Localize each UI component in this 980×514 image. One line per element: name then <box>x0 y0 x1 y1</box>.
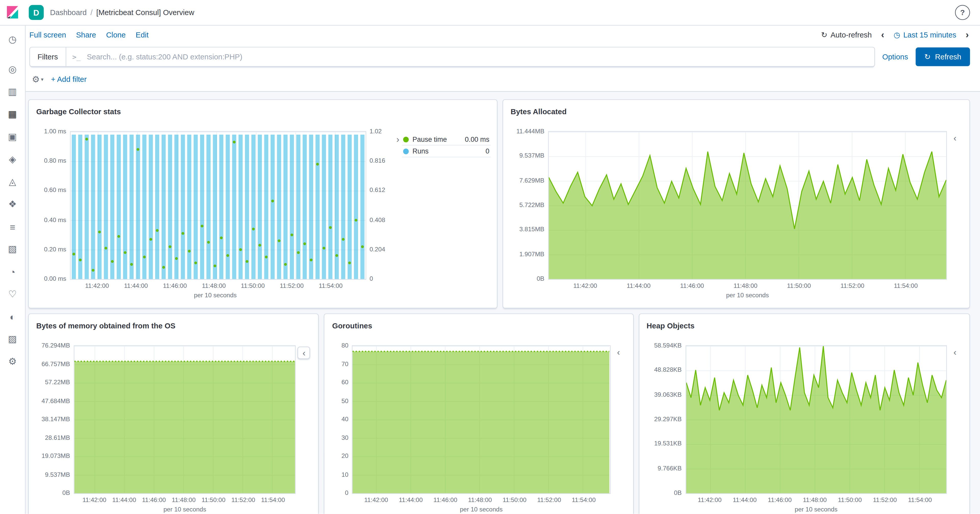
y-axis-label: 0 <box>345 489 348 496</box>
x-axis-label: 11:44:00 <box>399 497 423 503</box>
breadcrumb-dashboard[interactable]: Dashboard <box>50 8 87 17</box>
x-axis-label: 11:50:00 <box>838 497 862 503</box>
x-axis-caption: per 10 seconds <box>70 292 361 300</box>
chart-goroutines: 01020304050607080‹11:42:0011:44:0011:46:… <box>331 345 627 514</box>
clone-button[interactable]: Clone <box>106 30 126 39</box>
query-input-group: Filters >_ <box>29 47 875 67</box>
filters-button[interactable]: Filters <box>30 48 66 66</box>
panel-title: Bytes of memory obtained from the OS <box>36 322 312 330</box>
sidebar-item-siem[interactable]: ◐ <box>0 305 25 328</box>
sidebar-item-graph[interactable]: ❖ <box>0 193 25 216</box>
refresh-button[interactable]: ↻ Refresh <box>916 48 970 66</box>
x-axis-label: 11:42:00 <box>364 497 388 503</box>
sidebar-item-discover[interactable]: ◎ <box>0 58 25 81</box>
legend-toggle-column: ‹ <box>947 345 963 358</box>
legend-item[interactable]: Runs0 <box>402 146 491 157</box>
sidebar-item-infrastructure[interactable]: ▧ <box>0 238 25 260</box>
refresh-label: Refresh <box>935 52 961 61</box>
sidebar-item-logs[interactable]: ≡ <box>0 216 25 238</box>
sidebar-item-dashboard[interactable]: ▦ <box>0 103 25 125</box>
x-axis-caption-row: per 10 seconds <box>509 292 963 300</box>
x-axis-label: 11:46:00 <box>768 497 792 503</box>
filter-options-button[interactable]: ⚙ ▾ <box>32 74 43 84</box>
x-axis-row: 11:42:0011:44:0011:46:0011:48:0011:50:00… <box>331 496 627 506</box>
y-axis-label: 29.297KB <box>654 416 682 422</box>
space-avatar[interactable]: D <box>29 5 44 20</box>
y-axis-label: 39.063KB <box>654 391 682 398</box>
legend-toggle-button[interactable]: ‹ <box>951 132 959 144</box>
right-y-axis-label: 0 <box>369 275 373 282</box>
x-axis-label: 11:52:00 <box>537 497 561 503</box>
canvas-icon: ▣ <box>8 131 17 142</box>
right-y-axis-label: 0.408 <box>369 216 385 223</box>
panel-title: Garbage Collector stats <box>36 107 490 116</box>
y-axis-label: 30 <box>342 434 348 441</box>
options-button[interactable]: Options <box>882 52 908 61</box>
x-axis-caption: per 10 seconds <box>548 292 947 300</box>
legend-toggle-button[interactable]: ‹ <box>951 346 959 358</box>
y-axis-label: 70 <box>342 360 348 367</box>
y-axis: 01020304050607080 <box>331 345 352 493</box>
time-back-button[interactable]: ‹ <box>880 30 886 40</box>
infrastructure-icon: ▧ <box>8 243 17 255</box>
x-axis-label: 11:46:00 <box>163 282 187 289</box>
legend-toggle-button[interactable]: ‹ <box>614 346 622 358</box>
sidebar-item-maps[interactable]: ◈ <box>0 148 25 170</box>
time-forward-button[interactable]: › <box>964 30 970 40</box>
chart-canvas <box>353 346 610 493</box>
panel-title: Bytes Allocated <box>511 107 963 116</box>
edit-button[interactable]: Edit <box>136 30 149 39</box>
x-axis: 11:42:0011:44:0011:46:0011:48:0011:50:00… <box>70 281 361 292</box>
y-axis-label: 0B <box>674 489 682 496</box>
x-axis-label: 11:46:00 <box>680 282 704 289</box>
clock-icon: ◷ <box>894 30 900 39</box>
y-axis-label: 76.294MB <box>41 342 70 349</box>
y-axis-label: 38.147MB <box>41 416 70 422</box>
add-filter-button[interactable]: + Add filter <box>51 75 87 84</box>
x-axis-label: 11:52:00 <box>231 497 255 503</box>
legend-toggle-button[interactable]: › <box>394 133 402 145</box>
sidebar-item-recently-viewed[interactable]: ◷ <box>0 28 25 51</box>
chart-canvas <box>74 346 295 493</box>
x-axis: 11:42:0011:44:0011:46:0011:48:0011:50:00… <box>352 496 611 506</box>
chart-body: 01020304050607080‹ <box>331 345 627 494</box>
time-range-picker[interactable]: ◷ Last 15 minutes <box>894 30 956 39</box>
sidebar-item-uptime[interactable]: ♡ <box>0 283 25 305</box>
sidebar-item-management[interactable]: ⚙ <box>0 350 25 373</box>
sidebar-item-visualize[interactable]: ▥ <box>0 81 25 103</box>
x-axis-label: 11:50:00 <box>787 282 811 289</box>
time-controls: ↻ Auto-refresh ‹ ◷ Last 15 minutes › <box>821 30 970 40</box>
x-axis-caption-row: per 10 seconds <box>35 506 312 514</box>
x-axis-label: 11:44:00 <box>124 282 148 289</box>
sidebar-item-apm[interactable]: ◔ <box>0 260 25 283</box>
maps-icon: ◈ <box>9 154 16 165</box>
y-axis-label: 3.815MB <box>519 226 544 233</box>
sidebar: ◷◎▥▦▣◈◬❖≡▧◔♡◐▨⚙ <box>0 25 25 514</box>
y-axis-label: 28.61MB <box>45 434 70 441</box>
legend-item[interactable]: Pause time0.00 ms <box>402 133 491 146</box>
x-axis-row: 11:42:0011:44:0011:46:0011:48:0011:50:00… <box>646 496 963 506</box>
y-axis-label: 0B <box>62 489 70 496</box>
search-input[interactable] <box>86 52 874 62</box>
help-icon[interactable]: ? <box>955 5 970 20</box>
x-axis-caption: per 10 seconds <box>685 506 947 514</box>
y-axis-label: 0.80 ms <box>44 157 66 164</box>
sidebar-item-canvas[interactable]: ▣ <box>0 125 25 148</box>
visualize-icon: ▥ <box>8 86 17 97</box>
auto-refresh-button[interactable]: ↻ Auto-refresh <box>821 30 872 39</box>
x-axis-label: 11:54:00 <box>261 497 285 503</box>
legend-label: Runs <box>412 148 428 155</box>
share-button[interactable]: Share <box>76 30 96 39</box>
apm-icon: ◔ <box>10 266 15 277</box>
time-range-label: Last 15 minutes <box>903 30 956 39</box>
y-axis-label: 9.537MB <box>519 152 544 159</box>
legend-toggle-button[interactable]: ‹ <box>298 346 310 359</box>
panel-bytes-memory-os: Bytes of memory obtained from the OS 0B9… <box>28 313 319 514</box>
sidebar-item-monitoring[interactable]: ▨ <box>0 328 25 350</box>
discover-icon: ◎ <box>8 64 17 75</box>
chart-body: 0B9.537MB19.073MB28.61MB38.147MB47.684MB… <box>35 345 312 494</box>
sidebar-item-machine-learning[interactable]: ◬ <box>0 171 25 193</box>
y-axis-label: 48.828KB <box>654 366 682 373</box>
kibana-logo[interactable] <box>0 0 25 25</box>
full-screen-button[interactable]: Full screen <box>29 30 66 39</box>
